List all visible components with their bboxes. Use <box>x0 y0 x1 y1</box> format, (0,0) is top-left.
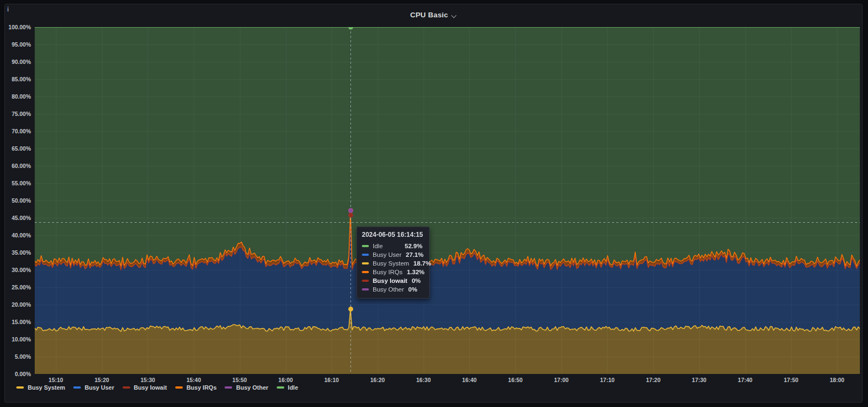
legend-swatch <box>73 386 81 389</box>
y-axis-tick-label: 30.00% <box>0 267 31 273</box>
cpu-chart-plot-area[interactable] <box>35 27 860 374</box>
legend-label: Busy Other <box>236 384 268 391</box>
chevron-down-icon[interactable] <box>451 12 457 18</box>
x-axis-tick-label: 15:50 <box>222 377 257 384</box>
x-axis-tick-label: 16:00 <box>269 377 303 384</box>
legend-swatch <box>123 386 130 389</box>
legend-item-idle[interactable]: Idle <box>277 384 298 391</box>
x-axis-tick-label: 15:30 <box>130 377 165 384</box>
y-axis-tick-label: 95.00% <box>0 41 31 48</box>
chart-legend: Busy SystemBusy UserBusy IowaitBusy IRQs… <box>16 384 298 391</box>
legend-label: Busy Iowait <box>134 384 167 391</box>
legend-swatch <box>175 386 183 389</box>
x-axis-tick-label: 17:50 <box>774 377 808 384</box>
y-axis-tick-label: 65.00% <box>0 145 31 152</box>
y-axis-tick-label: 80.00% <box>0 93 31 100</box>
legend-item-busy-system[interactable]: Busy System <box>16 384 65 391</box>
legend-swatch <box>277 386 284 389</box>
x-axis-tick-label: 17:00 <box>544 377 579 384</box>
legend-item-busy-irqs[interactable]: Busy IRQs <box>175 384 217 391</box>
y-axis-tick-label: 55.00% <box>0 180 31 186</box>
y-axis-tick-label: 50.00% <box>0 197 31 204</box>
y-axis-tick-label: 90.00% <box>0 59 31 65</box>
legend-item-busy-other[interactable]: Busy Other <box>225 384 268 391</box>
y-axis-tick-label: 70.00% <box>0 128 31 134</box>
y-axis-tick-label: 40.00% <box>0 232 31 238</box>
y-axis-tick-label: 100.00% <box>0 24 31 30</box>
panel-title[interactable]: CPU Basic <box>410 11 448 19</box>
x-axis-tick-label: 15:10 <box>39 377 73 384</box>
x-axis-tick-label: 17:10 <box>590 377 624 384</box>
legend-item-busy-iowait[interactable]: Busy Iowait <box>123 384 167 391</box>
y-axis-tick-label: 20.00% <box>0 301 31 308</box>
y-axis-tick-label: 85.00% <box>0 76 31 82</box>
x-axis-tick-label: 15:40 <box>176 377 211 384</box>
legend-label: Busy System <box>28 384 65 391</box>
y-axis-tick-label: 45.00% <box>0 215 31 221</box>
x-axis-tick-label: 16:30 <box>406 377 441 384</box>
x-axis-tick-label: 17:20 <box>636 377 671 384</box>
y-axis-tick-label: 15.00% <box>0 319 31 325</box>
panel-header: CPU Basic <box>4 4 863 25</box>
y-axis-tick-label: 5.00% <box>0 353 31 360</box>
x-axis-tick-label: 18:00 <box>820 377 854 384</box>
x-axis-tick-label: 16:40 <box>452 377 487 384</box>
legend-swatch <box>225 386 232 389</box>
x-axis-tick-label: 15:20 <box>85 377 119 384</box>
grafana-panel-screenshot: i CPU Basic 0.00%5.00%10.00%15.00%20.00%… <box>0 0 868 407</box>
y-axis-tick-label: 75.00% <box>0 111 31 117</box>
legend-label: Idle <box>288 384 298 391</box>
y-axis-tick-label: 25.00% <box>0 284 31 290</box>
x-axis-tick-label: 17:30 <box>682 377 717 384</box>
legend-label: Busy User <box>85 384 114 391</box>
legend-swatch <box>16 386 24 389</box>
y-axis-tick-label: 10.00% <box>0 336 31 343</box>
y-axis-tick-label: 0.00% <box>0 371 31 377</box>
legend-label: Busy IRQs <box>187 384 217 391</box>
x-axis-tick-label: 16:10 <box>314 377 349 384</box>
legend-item-busy-user[interactable]: Busy User <box>73 384 114 391</box>
y-axis-tick-label: 60.00% <box>0 163 31 169</box>
x-axis-tick-label: 16:20 <box>360 377 395 384</box>
y-axis-tick-label: 35.00% <box>0 249 31 256</box>
x-axis-tick-label: 16:50 <box>498 377 533 384</box>
x-axis-tick-label: 17:40 <box>728 377 763 384</box>
